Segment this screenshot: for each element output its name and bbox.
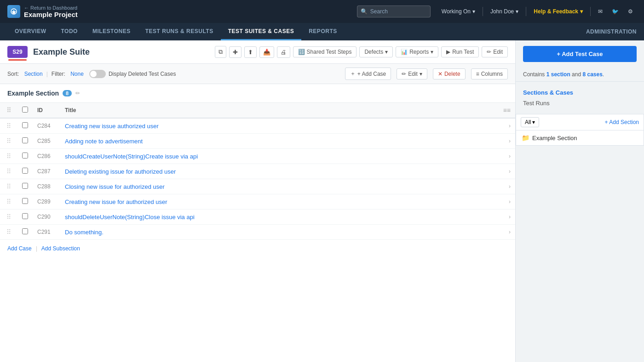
- col-title-header: Title: [60, 103, 499, 118]
- row-checkbox-3[interactable]: [22, 168, 28, 174]
- section-edit-icon[interactable]: ✏: [75, 90, 80, 96]
- case-id-5: C289: [33, 194, 60, 209]
- copy-button[interactable]: ⧉: [215, 46, 226, 58]
- edit-suite-button[interactable]: ✏ Edit: [482, 46, 508, 57]
- sidebar-sections-cases-nav[interactable]: Sections & Cases: [523, 87, 637, 98]
- case-title-7[interactable]: Do something.: [65, 229, 104, 236]
- columns-button[interactable]: ≡ Columns: [471, 68, 508, 79]
- row-checkbox-0[interactable]: [22, 122, 28, 128]
- delete-cases-button[interactable]: ✕ Delete: [433, 68, 466, 79]
- row-checkbox-2[interactable]: [22, 153, 28, 158]
- case-id-1: C285: [33, 134, 60, 149]
- row-checkbox-6[interactable]: [22, 213, 28, 219]
- row-checkbox-4[interactable]: [22, 183, 28, 189]
- sidebar-add-section-button[interactable]: + Add Section: [605, 119, 639, 125]
- drag-handle-4: ⠿: [5, 183, 13, 190]
- sidebar-section-item[interactable]: 📁 Example Section: [516, 130, 644, 145]
- folder-icon: 📁: [522, 134, 529, 141]
- case-id-2: C286: [33, 149, 60, 164]
- divider-3: [590, 7, 591, 16]
- row-expand-0[interactable]: ›: [499, 118, 515, 134]
- select-all-checkbox[interactable]: [22, 107, 28, 113]
- sidebar-test-runs-nav[interactable]: Test Runs: [523, 98, 637, 108]
- col-actions-header: ≡≡: [499, 103, 515, 118]
- row-expand-6[interactable]: ›: [499, 209, 515, 225]
- drag-handle-2: ⠿: [5, 153, 13, 160]
- tab-todo[interactable]: TODO: [53, 23, 85, 40]
- sidebar-cases-link[interactable]: 8 cases: [582, 71, 602, 78]
- add-test-case-sidebar-button[interactable]: + Add Test Case: [523, 46, 637, 62]
- tab-overview[interactable]: OVERVIEW: [7, 23, 53, 40]
- tab-test-suites[interactable]: TEST SUITES & CASES: [221, 23, 302, 40]
- export-button[interactable]: ✚: [229, 46, 242, 58]
- row-checkbox-5[interactable]: [22, 198, 28, 204]
- run-icon: ▶: [446, 49, 450, 55]
- case-title-0[interactable]: Creating new issue authorized user: [65, 123, 159, 130]
- tab-test-runs[interactable]: TEST RUNS & RESULTS: [138, 23, 221, 40]
- drag-handle-0: ⠿: [5, 122, 13, 130]
- sort-value[interactable]: Section: [24, 71, 43, 77]
- project-info: ← Return to Dashboard Example Project: [24, 5, 78, 18]
- table-header-row: ⠿ ID Title ≡≡: [0, 103, 515, 118]
- display-deleted-toggle-wrapper: Display Deleted Test Cases: [89, 70, 176, 78]
- filter-value[interactable]: None: [70, 71, 84, 77]
- display-deleted-toggle[interactable]: [89, 70, 106, 78]
- columns-table-icon[interactable]: ≡≡: [503, 107, 511, 114]
- row-expand-3[interactable]: ›: [499, 164, 515, 179]
- display-deleted-label: Display Deleted Test Cases: [109, 71, 176, 77]
- tab-milestones[interactable]: MILESTONES: [85, 23, 138, 40]
- admin-link[interactable]: ADMINISTRATION: [586, 28, 637, 35]
- search-input[interactable]: [357, 6, 431, 17]
- user-menu-button[interactable]: John Doe ▾: [487, 6, 522, 17]
- suite-title: Example Suite: [33, 47, 209, 57]
- bottom-add-case-link[interactable]: Add Case: [7, 245, 32, 252]
- row-checkbox-7[interactable]: [22, 228, 28, 234]
- row-expand-5[interactable]: ›: [499, 194, 515, 209]
- mail-icon-button[interactable]: ✉: [594, 6, 606, 17]
- notification-icon-button[interactable]: 🐦: [608, 6, 622, 17]
- defects-button[interactable]: Defects ▾: [359, 46, 393, 57]
- row-expand-1[interactable]: ›: [499, 134, 515, 149]
- case-title-3[interactable]: Deleting existing issue for authorized u…: [65, 168, 176, 175]
- sidebar-all-button[interactable]: All ▾: [521, 117, 539, 127]
- reports-icon: 📊: [401, 49, 408, 55]
- table-row: ⠿ C288 Closing new issue for authorized …: [0, 179, 515, 194]
- working-on-button[interactable]: Working On ▾: [438, 6, 479, 17]
- back-to-dashboard-link[interactable]: ← Return to Dashboard: [24, 5, 78, 11]
- section-count: 8: [63, 90, 72, 96]
- archive-button[interactable]: 📥: [259, 46, 274, 58]
- sidebar-info: Contains 1 section and 8 cases.: [516, 68, 644, 82]
- sidebar-sections-link[interactable]: 1 section: [546, 71, 570, 78]
- table-row: ⠿ C284 Creating new issue authorized use…: [0, 118, 515, 134]
- edit-icon: ✏: [487, 49, 491, 55]
- row-expand-2[interactable]: ›: [499, 149, 515, 164]
- drag-handle-3: ⠿: [5, 168, 13, 175]
- suite-badge: S29: [7, 46, 28, 58]
- tab-reports[interactable]: REPORTS: [301, 23, 345, 40]
- col-drag-handle: ⠿: [0, 103, 17, 118]
- row-expand-7[interactable]: ›: [499, 225, 515, 240]
- case-title-5[interactable]: Creating new issue for authorized user: [65, 198, 167, 205]
- case-title-4[interactable]: Closing new issue for authorized user: [65, 183, 165, 190]
- case-title-1[interactable]: Adding note to advertisement: [65, 138, 143, 145]
- reports-button[interactable]: 📊 Reports ▾: [396, 46, 438, 57]
- case-title-6[interactable]: shouldDeleteUserNote(String)Close issue …: [65, 214, 195, 221]
- row-checkbox-1[interactable]: [22, 137, 28, 143]
- case-id-6: C290: [33, 209, 60, 225]
- help-feedback-button[interactable]: Help & Feedback ▾: [530, 6, 586, 17]
- add-case-button[interactable]: ＋ + Add Case: [345, 68, 391, 80]
- col-checkbox: [17, 103, 33, 118]
- divider-2: [526, 7, 526, 16]
- row-expand-4[interactable]: ›: [499, 179, 515, 194]
- run-test-button[interactable]: ▶ Run Test: [441, 46, 479, 57]
- right-sidebar: + Add Test Case Contains 1 section and 8…: [515, 40, 644, 362]
- edit-cases-button[interactable]: ✏ Edit ▾: [397, 68, 427, 79]
- import-button[interactable]: ⬆: [244, 46, 257, 58]
- sidebar-section-name: Example Section: [532, 135, 577, 141]
- print-button[interactable]: 🖨: [277, 46, 290, 58]
- case-title-2[interactable]: shouldCreateUserNote(String)Create issue…: [65, 153, 198, 160]
- add-subsection-link[interactable]: Add Subsection: [41, 245, 80, 252]
- drag-handle-5: ⠿: [5, 198, 13, 205]
- shared-test-steps-button[interactable]: 🔢 Shared Test Steps: [293, 46, 357, 57]
- settings-icon-button[interactable]: ⚙: [624, 6, 637, 17]
